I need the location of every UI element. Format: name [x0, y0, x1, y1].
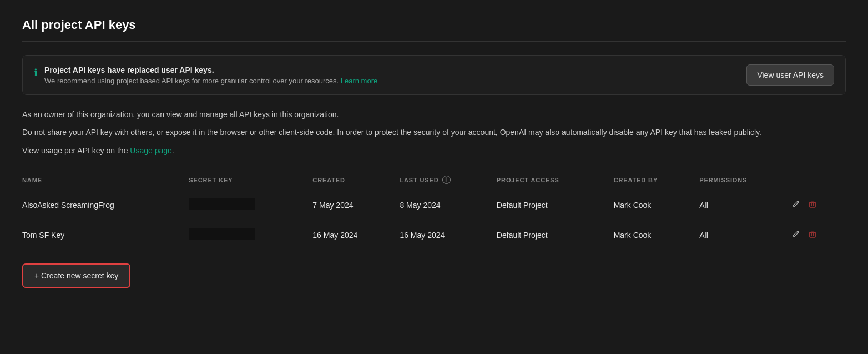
view-user-api-keys-button[interactable]: View user API keys	[746, 64, 834, 86]
info-banner: ℹ Project API keys have replaced user AP…	[22, 55, 846, 95]
desc-para-1: As an owner of this organization, you ca…	[22, 108, 846, 121]
cell-secret-key-0	[189, 190, 312, 220]
col-header-last-used: LAST USED i	[400, 170, 496, 190]
cell-last-used-0: 8 May 2024	[400, 190, 496, 220]
col-header-created-by: CREATED BY	[614, 170, 700, 190]
delete-icon-1[interactable]	[808, 230, 817, 241]
table-row: Tom SF Key 16 May 2024 16 May 2024 Defau…	[22, 220, 846, 250]
banner-subtitle-text: We recommend using project based API key…	[44, 77, 339, 85]
svg-rect-6	[811, 231, 814, 231]
table-row: AlsoAsked ScreamingFrog 7 May 2024 8 May…	[22, 190, 846, 220]
usage-page-link[interactable]: Usage page	[130, 146, 172, 155]
table-header: NAME SECRET KEY CREATED LAST USED i PROJ…	[22, 170, 846, 190]
api-keys-table: NAME SECRET KEY CREATED LAST USED i PROJ…	[22, 170, 846, 250]
col-header-created: CREATED	[312, 170, 400, 190]
col-header-project-access: PROJECT ACCESS	[497, 170, 614, 190]
info-icon: ℹ	[34, 67, 38, 79]
banner-text-block: Project API keys have replaced user API …	[44, 66, 377, 85]
page-title: All project API keys	[22, 18, 846, 42]
cell-actions-1	[791, 220, 846, 250]
edit-icon-1[interactable]	[791, 230, 800, 241]
cell-created-0: 7 May 2024	[312, 190, 400, 220]
desc-para-3: View usage per API key on the Usage page…	[22, 144, 846, 157]
cell-project-access-0: Default Project	[497, 190, 614, 220]
table-body: AlsoAsked ScreamingFrog 7 May 2024 8 May…	[22, 190, 846, 250]
cell-name-0: AlsoAsked ScreamingFrog	[22, 190, 189, 220]
col-header-secret-key: SECRET KEY	[189, 170, 312, 190]
col-header-permissions: PERMISSIONS	[699, 170, 791, 190]
banner-subtitle: We recommend using project based API key…	[44, 77, 377, 85]
cell-created-by-1: Mark Cook	[614, 220, 700, 250]
cell-permissions-0: All	[699, 190, 791, 220]
cell-project-access-1: Default Project	[497, 220, 614, 250]
cell-actions-0	[791, 190, 846, 220]
desc-para-3-text: View usage per API key on the	[22, 146, 128, 155]
svg-rect-2	[810, 202, 815, 207]
svg-rect-1	[811, 201, 814, 201]
banner-title: Project API keys have replaced user API …	[44, 66, 377, 74]
desc-para-2: Do not share your API key with others, o…	[22, 126, 846, 138]
svg-rect-7	[810, 232, 815, 237]
description-section: As an owner of this organization, you ca…	[22, 108, 846, 157]
cell-created-1: 16 May 2024	[312, 220, 400, 250]
col-header-name: NAME	[22, 170, 189, 190]
last-used-info-icon: i	[442, 176, 451, 184]
col-header-actions	[791, 170, 846, 190]
edit-icon-0[interactable]	[791, 200, 800, 211]
table-header-row: NAME SECRET KEY CREATED LAST USED i PROJ…	[22, 170, 846, 190]
cell-created-by-0: Mark Cook	[614, 190, 700, 220]
cell-last-used-1: 16 May 2024	[400, 220, 496, 250]
create-new-secret-key-button[interactable]: + Create new secret key	[22, 263, 130, 288]
banner-left: ℹ Project API keys have replaced user AP…	[34, 66, 377, 85]
cell-secret-key-1	[189, 220, 312, 250]
delete-icon-0[interactable]	[808, 200, 817, 211]
cell-permissions-1: All	[699, 220, 791, 250]
cell-name-1: Tom SF Key	[22, 220, 189, 250]
learn-more-link[interactable]: Learn more	[341, 77, 377, 85]
